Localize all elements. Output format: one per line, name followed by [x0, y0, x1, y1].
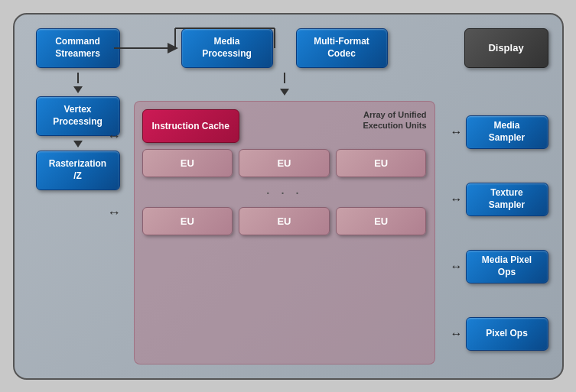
main-container: CommandStreamers MediaProcessing Multi-F… [13, 13, 564, 380]
arrow-vertex-to-raster [73, 141, 83, 147]
eu-dots: · · · [266, 183, 303, 201]
bidirectional-arrow-media-sampler: ↔ [451, 125, 463, 139]
media-processing-box: MediaProcessing [181, 28, 273, 68]
pixel-ops-box: Pixel Ops [466, 317, 548, 351]
array-label: Array of UnifiedExecution Units [239, 109, 427, 131]
bidirectional-arrow-pixel-ops: ↔ [451, 327, 463, 341]
media-pixel-ops-box: Media PixelOps [466, 250, 548, 283]
display-box: Display [464, 28, 548, 68]
arrow-media-to-eu [280, 89, 289, 96]
instruction-cache-box: Instruction Cache [142, 109, 239, 143]
vertex-processing-box: VertexProcessing [36, 96, 120, 136]
eu-box-4: EU [142, 207, 233, 235]
multi-format-codec-box: Multi-FormatCodec [296, 28, 388, 68]
eu-box-6: EU [336, 207, 427, 235]
bidirectional-arrow-media-pixel: ↔ [451, 260, 463, 274]
media-sampler-box: MediaSampler [466, 115, 548, 149]
eu-box-3: EU [336, 149, 427, 177]
eu-box-1: EU [142, 149, 233, 177]
eu-area: Instruction Cache Array of UnifiedExecut… [134, 101, 435, 364]
arrow-cmd-to-vertex [73, 86, 83, 93]
eu-box-2: EU [239, 149, 330, 177]
rasterization-box: Rasterization/Z [36, 151, 120, 190]
bidirectional-arrow-texture-sampler: ↔ [451, 193, 463, 206]
eu-box-5: EU [239, 207, 330, 235]
command-streamers-box: CommandStreamers [36, 28, 120, 68]
texture-sampler-box: TextureSampler [466, 183, 548, 216]
